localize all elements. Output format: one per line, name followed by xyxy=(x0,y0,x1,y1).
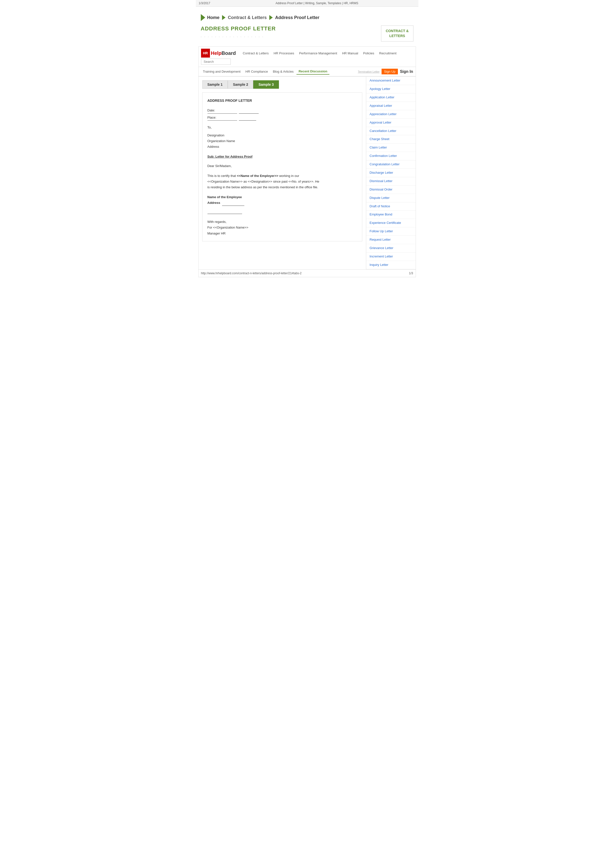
sidebar-item-congratulation[interactable]: Congratulation Letter xyxy=(366,160,416,169)
sidebar-item-announcement[interactable]: Announcement Letter xyxy=(366,77,416,85)
nav-row2: Training and Development HR Compliance B… xyxy=(199,67,416,77)
home-arrow-icon xyxy=(201,14,205,21)
sidebar-item-claim[interactable]: Claim Letter xyxy=(366,144,416,152)
signatory-line: Manager HR xyxy=(207,231,357,236)
logo-text: HelpBoard xyxy=(211,50,236,56)
sidebar-item-grievance[interactable]: Grievance Letter xyxy=(366,244,416,253)
page-title-left: ADDRESS PROOF LETTER . . . . . . . . . .… xyxy=(201,25,276,38)
letter-content: Sample 1 Sample 2 Sample 3 ADDRESS PROOF… xyxy=(199,77,366,269)
tab-sample1[interactable]: Sample 1 xyxy=(202,80,228,89)
sidebar-item-increment[interactable]: Increment Letter xyxy=(366,253,416,261)
tab-sample3[interactable]: Sample 3 xyxy=(253,80,279,89)
nav-hr-manual[interactable]: HR Manual xyxy=(340,50,360,56)
logo-icon: HR xyxy=(201,49,210,57)
contract-letters-label: CONTRACT &LETTERS xyxy=(386,29,409,38)
footer-url: http://www.hrhelpboard.com/contract-n-le… xyxy=(201,271,302,275)
name-of-employee: Name of the Employee xyxy=(207,194,357,200)
sidebar-item-draft-notice[interactable]: Draft of Notice xyxy=(366,202,416,211)
dots-line: . . . . . . . . . . . . . . . . . . xyxy=(201,34,276,38)
address-line: Address xyxy=(207,144,357,149)
logo-area[interactable]: HR HelpBoard xyxy=(201,49,236,57)
for-org-line: For <<Organization Name>> xyxy=(207,225,357,230)
nav-hr-processes[interactable]: HR Processes xyxy=(272,50,296,56)
date-field: Date: xyxy=(207,107,357,113)
sidebar-item-appraisal[interactable]: Appraisal Letter xyxy=(366,102,416,110)
sidebar-item-discharge[interactable]: Discharge Letter xyxy=(366,169,416,177)
main-container: HR HelpBoard Contract & Letters HR Proce… xyxy=(198,46,416,277)
breadcrumb: Home Contract & Letters Address Proof Le… xyxy=(201,14,413,21)
breadcrumb-contract[interactable]: Contract & Letters xyxy=(228,15,267,20)
body2: <<Organization Name>> as <<Designation>>… xyxy=(207,179,357,184)
body3: is residing in the below address as per … xyxy=(207,184,357,190)
nav-contract-letters[interactable]: Contract & Letters xyxy=(241,50,271,56)
page-footer: http://www.hrhelpboard.com/contract-n-le… xyxy=(199,269,416,277)
address-label-text: Address xyxy=(207,201,220,205)
date-label: Date: xyxy=(207,107,237,113)
browser-bar: 1/3/2017 Address Proof Letter | Writing,… xyxy=(196,0,418,7)
sidebar-item-application[interactable]: Application Letter xyxy=(366,93,416,102)
nav-performance[interactable]: Performance Management xyxy=(297,50,339,56)
breadcrumb-home[interactable]: Home xyxy=(201,14,219,21)
designation-line: Designation xyxy=(207,132,357,138)
contract-letters-box[interactable]: CONTRACT &LETTERS xyxy=(381,25,413,42)
nav-recruitment[interactable]: Recruitment xyxy=(377,50,398,56)
nav-recent-discussion[interactable]: Recent Discussion xyxy=(297,68,329,74)
browser-date: 1/3/2017 xyxy=(199,2,219,5)
content-area: Sample 1 Sample 2 Sample 3 ADDRESS PROOF… xyxy=(199,77,416,269)
sidebar-item-dismissal-order[interactable]: Dismissal Order xyxy=(366,186,416,194)
termination-letter-label: Termination Letter xyxy=(358,70,379,73)
sidebar-item-apology[interactable]: Apology Letter xyxy=(366,85,416,93)
nav-blog[interactable]: Blog & Articles xyxy=(271,69,296,74)
letter-title: ADDRESS PROOF LETTER xyxy=(207,98,357,104)
sign-up-button[interactable]: Sign Up xyxy=(382,69,398,74)
breadcrumb-current: Address Proof Letter xyxy=(275,15,320,20)
sidebar-item-experience[interactable]: Experience Certificate xyxy=(366,219,416,227)
letter-box: ADDRESS PROOF LETTER Date: Place: To, De… xyxy=(202,92,362,242)
search-input[interactable] xyxy=(201,59,231,65)
place-field: Place: xyxy=(207,115,357,121)
sidebar-item-dispute[interactable]: Dispute Letter xyxy=(366,194,416,202)
sign-in-area: Termination Letter Sign Up Sign In xyxy=(358,69,413,74)
regards-line: With regards, xyxy=(207,219,357,225)
employer-placeholder: <<Name of the Employer>> xyxy=(237,174,278,178)
tabs: Sample 1 Sample 2 Sample 3 xyxy=(202,80,362,89)
sidebar-item-appreciation[interactable]: Appreciation Letter xyxy=(366,110,416,119)
breadcrumb-arrow2-icon xyxy=(269,15,273,20)
breadcrumb-arrow-icon xyxy=(222,15,225,20)
nav-hr-compliance[interactable]: HR Compliance xyxy=(244,69,270,74)
nav-training[interactable]: Training and Development xyxy=(201,69,242,74)
salutation: Dear Sir/Madam, xyxy=(207,163,357,169)
subject-line: Sub: Letter for Address Proof xyxy=(207,154,357,160)
sign-in-button[interactable]: Sign In xyxy=(400,70,413,74)
body1: This is to certify that <<Name of the Em… xyxy=(207,173,357,179)
navbar: HR HelpBoard Contract & Letters HR Proce… xyxy=(199,47,416,67)
breadcrumb-home-label[interactable]: Home xyxy=(207,15,219,20)
sidebar-item-inquiry[interactable]: Inquiry Letter xyxy=(366,261,416,269)
address-field-label: Address xyxy=(207,200,357,206)
page-title: ADDRESS PROOF LETTER xyxy=(201,25,276,32)
tab-sample2[interactable]: Sample 2 xyxy=(228,80,253,89)
top-section: Home Contract & Letters Address Proof Le… xyxy=(196,7,418,46)
sidebar-item-follow-up[interactable]: Follow Up Letter xyxy=(366,227,416,236)
sidebar-item-employee-bond[interactable]: Employee Bond xyxy=(366,211,416,219)
to-line: To, xyxy=(207,124,357,130)
sidebar-item-request[interactable]: Request Letter xyxy=(366,236,416,244)
page-number: 1/3 xyxy=(409,271,413,275)
sidebar-item-approval[interactable]: Approval Letter xyxy=(366,119,416,127)
sidebar-item-cancellation[interactable]: Cancellation Letter xyxy=(366,127,416,135)
place-label: Place: xyxy=(207,115,237,121)
sidebar: Announcement Letter Apology Letter Appli… xyxy=(366,77,416,269)
termination-label-text[interactable]: Termination Letter xyxy=(358,70,379,73)
sidebar-item-confirmation[interactable]: Confirmation Letter xyxy=(366,152,416,160)
nav-policies[interactable]: Policies xyxy=(361,50,376,56)
page-title-section: ADDRESS PROOF LETTER . . . . . . . . . .… xyxy=(201,25,413,42)
sidebar-item-charge-sheet[interactable]: Charge Sheet xyxy=(366,135,416,144)
org-name-line: Organization Name xyxy=(207,138,357,144)
browser-title: Address Proof Letter | Writing, Sample, … xyxy=(219,2,415,5)
sidebar-item-dismissal-letter[interactable]: Dismissal Letter xyxy=(366,177,416,186)
